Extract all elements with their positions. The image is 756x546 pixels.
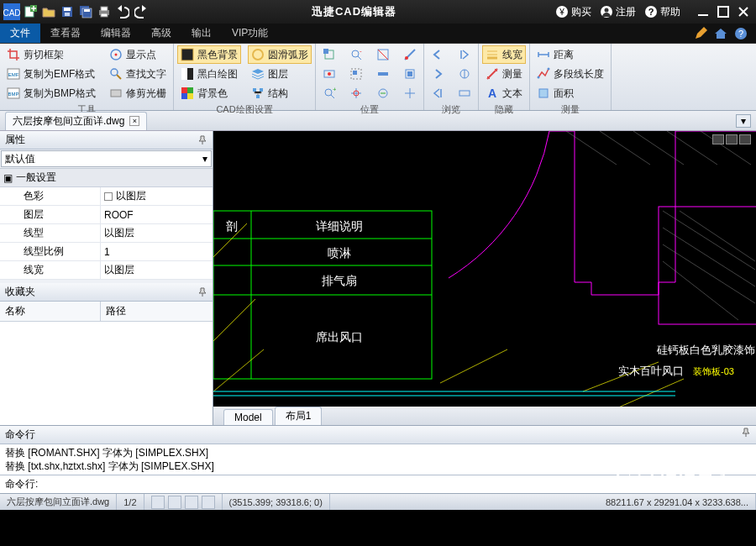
- file-tab-close-icon[interactable]: ×: [129, 116, 139, 126]
- svg-text:席出风口: 席出风口: [316, 330, 363, 344]
- register-button[interactable]: 注册: [600, 5, 636, 19]
- mdi-close-icon[interactable]: [739, 134, 751, 144]
- file-tab-dropdown[interactable]: ▾: [736, 114, 751, 128]
- ribbon-cmd-距离[interactable]: 距离: [533, 45, 607, 64]
- ribbon-cmd-剪切框架[interactable]: 剪切框架: [3, 45, 99, 64]
- ribbon-cmd[interactable]: [400, 45, 420, 64]
- menu-输出[interactable]: 输出: [181, 24, 222, 43]
- svg-text:装饰板-03: 装饰板-03: [693, 366, 734, 376]
- ribbon-cmd[interactable]: [454, 45, 475, 64]
- undo-icon[interactable]: [114, 3, 131, 20]
- ribbon-cmd-修剪光栅[interactable]: 修剪光栅: [106, 84, 170, 102]
- close-icon[interactable]: [736, 4, 751, 19]
- command-input[interactable]: 命令行:: [0, 475, 756, 493]
- mdi-min-icon[interactable]: [712, 134, 724, 144]
- view-tabs: Model 布局1: [213, 407, 756, 425]
- saveall-icon[interactable]: [77, 3, 94, 20]
- command-title: 命令行: [0, 425, 756, 444]
- ribbon-cmd-圆滑弧形[interactable]: 圆滑弧形: [248, 45, 312, 64]
- ribbon-cmd-面积[interactable]: 面积: [533, 84, 607, 102]
- ribbon-cmd-查找文字[interactable]: 查找文字: [106, 65, 170, 83]
- grid-toggle[interactable]: [168, 496, 181, 509]
- maximize-icon[interactable]: [716, 4, 731, 19]
- pin-icon[interactable]: [197, 287, 207, 297]
- ribbon-cmd-测量[interactable]: 测量: [482, 65, 526, 83]
- pencil-icon[interactable]: [694, 27, 707, 40]
- ribbon-cmd-复制为EMF格式[interactable]: 复制为EMF格式: [3, 65, 99, 83]
- ribbon-cmd[interactable]: [319, 65, 339, 83]
- file-tab-label: 六层按摩包间立面详.dwg: [13, 114, 124, 129]
- ribbon-cmd[interactable]: [454, 65, 475, 83]
- tab-layout1[interactable]: 布局1: [275, 407, 323, 425]
- minimize-icon[interactable]: [696, 4, 711, 19]
- command-log[interactable]: 替换 [ROMANT.SHX] 字体为 [SIMPLEX.SHX] 替换 [tx…: [0, 444, 756, 475]
- help-button[interactable]: 帮助: [644, 5, 680, 19]
- open-icon[interactable]: [40, 3, 57, 20]
- ribbon-cmd-复制为BMP格式[interactable]: 复制为BMP格式: [3, 84, 99, 102]
- default-dropdown[interactable]: 默认值▾: [1, 150, 212, 167]
- ribbon-cmd[interactable]: [428, 65, 448, 83]
- help-small-icon[interactable]: [734, 27, 748, 40]
- ribbon-cmd-显示点[interactable]: 显示点: [106, 45, 170, 64]
- ribbon-cmd[interactable]: [346, 45, 366, 64]
- print-icon[interactable]: [96, 3, 113, 20]
- ribbon-cmd-多段线长度[interactable]: 多段线长度: [533, 65, 607, 83]
- ribbon-cmd[interactable]: [319, 45, 339, 64]
- menu-高级[interactable]: 高级: [141, 24, 181, 43]
- prop-row-线型比例[interactable]: 线型比例1: [0, 243, 213, 261]
- new-icon[interactable]: [22, 3, 39, 20]
- ribbon-cmd-文本[interactable]: 文本: [482, 84, 526, 102]
- prop-row-线宽[interactable]: 线宽以图层: [0, 261, 213, 280]
- menu-查看器[interactable]: 查看器: [40, 24, 91, 43]
- prop-row-线型[interactable]: 线型以图层: [0, 224, 213, 243]
- redo-icon[interactable]: [133, 3, 150, 20]
- ribbon-cmd-线宽[interactable]: 线宽: [482, 45, 526, 64]
- app-icon[interactable]: [3, 3, 20, 20]
- svg-line-77: [617, 379, 684, 408]
- snap-toggle[interactable]: [151, 496, 165, 509]
- pin-icon[interactable]: [197, 135, 207, 145]
- drawing-canvas[interactable]: 详细说明 剖 喷淋 排气扇 席出风口 硅钙板白色乳胶漆饰 实木百叶风口 装饰板-…: [213, 131, 756, 425]
- ribbon-cmd-结构[interactable]: 结构: [248, 84, 312, 102]
- prop-group-header[interactable]: ▣一般设置: [0, 169, 213, 187]
- mdi-restore-icon[interactable]: [726, 134, 738, 144]
- ribbon-cmd[interactable]: [428, 84, 448, 102]
- cad-drawing[interactable]: 详细说明 剖 喷淋 排气扇 席出风口 硅钙板白色乳胶漆饰 实木百叶风口 装饰板-…: [213, 131, 756, 425]
- ribbon-cmd[interactable]: [373, 84, 393, 102]
- menu-文件[interactable]: 文件: [0, 24, 40, 43]
- prop-row-色彩[interactable]: 色彩以图层: [0, 187, 213, 206]
- ribbon-cmd[interactable]: [346, 65, 366, 83]
- menu-编辑器[interactable]: 编辑器: [91, 24, 141, 43]
- ribbon-group-label: CAD绘图设置: [177, 102, 312, 118]
- ribbon-cmd[interactable]: [319, 84, 339, 102]
- favorites-list[interactable]: [0, 322, 213, 425]
- ribbon-cmd[interactable]: [428, 45, 448, 64]
- osnap-toggle[interactable]: [202, 496, 215, 509]
- left-panel: 属性 默认值▾ ▣一般设置 色彩以图层图层ROOF线型以图层线型比例1线宽以图层…: [0, 131, 213, 425]
- ribbon-cmd[interactable]: [400, 65, 420, 83]
- ribbon-cmd-黑色背景[interactable]: 黑色背景: [177, 45, 241, 64]
- ribbon-cmd[interactable]: [454, 84, 475, 102]
- ribbon-cmd-黑白绘图[interactable]: 黑白绘图: [177, 65, 241, 83]
- menu-VIP功能[interactable]: VIP功能: [222, 24, 278, 43]
- status-tools: [144, 494, 223, 510]
- prop-row-图层[interactable]: 图层ROOF: [0, 206, 213, 224]
- ribbon-cmd[interactable]: [346, 84, 366, 102]
- ribbon-group-位置: 位置: [316, 44, 424, 110]
- pin-icon[interactable]: [741, 428, 751, 442]
- ribbon-cmd-图层[interactable]: 图层: [248, 65, 312, 83]
- svg-line-73: [213, 299, 255, 341]
- ribbon: 剪切框架复制为EMF格式复制为BMP格式显示点查找文字修剪光栅工具黑色背景黑白绘…: [0, 44, 756, 111]
- home-icon[interactable]: [714, 27, 727, 40]
- ribbon-cmd-背景色[interactable]: 背景色: [177, 84, 241, 102]
- svg-text:喷淋: 喷淋: [328, 246, 351, 260]
- buy-button[interactable]: 购买: [555, 5, 591, 19]
- ribbon-cmd[interactable]: [400, 84, 420, 102]
- ribbon-cmd[interactable]: [373, 45, 393, 64]
- file-tab[interactable]: 六层按摩包间立面详.dwg ×: [5, 112, 147, 130]
- save-icon[interactable]: [59, 3, 76, 20]
- ribbon-cmd[interactable]: [373, 65, 393, 83]
- favorites-header: 名称路径: [0, 302, 213, 322]
- ortho-toggle[interactable]: [185, 496, 198, 509]
- tab-model[interactable]: Model: [223, 409, 273, 425]
